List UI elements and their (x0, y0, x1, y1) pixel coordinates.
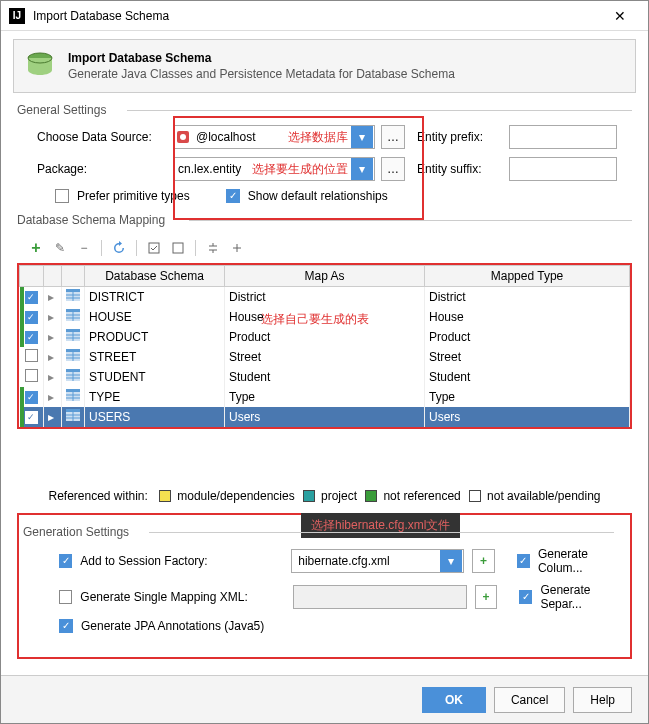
select-all-button[interactable] (143, 237, 165, 259)
row-checkbox[interactable] (25, 291, 38, 304)
mapped-type: Street (425, 347, 630, 367)
legend-label: module/dependencies (174, 489, 295, 503)
schema-name: STUDENT (85, 367, 225, 387)
row-checkbox[interactable] (25, 349, 38, 362)
package-combo[interactable]: cn.lex.entity 选择要生成的位置 ▾ (173, 157, 375, 181)
jpa-annotations-checkbox[interactable] (59, 619, 73, 633)
browse-package-button[interactable]: … (381, 157, 405, 181)
table-row[interactable]: ▸HOUSEHouseHouse (20, 307, 630, 327)
datasource-icon (174, 130, 192, 144)
add-button[interactable]: + (25, 237, 47, 259)
banner-title: Import Database Schema (68, 51, 455, 65)
map-as: Product (225, 327, 425, 347)
expand-icon[interactable]: ▸ (44, 367, 62, 387)
dropdown-icon[interactable]: ▾ (351, 126, 373, 148)
session-factory-combo[interactable]: hibernate.cfg.xml ▾ (291, 549, 464, 573)
edit-button[interactable]: ✎ (49, 237, 71, 259)
mapped-type: House (425, 307, 630, 327)
section-general: General Settings (17, 103, 648, 117)
legend-label: not referenced (380, 489, 461, 503)
entity-prefix-input[interactable] (509, 125, 617, 149)
refresh-button[interactable] (108, 237, 130, 259)
collapse-all-button[interactable] (226, 237, 248, 259)
schema-name: TYPE (85, 387, 225, 407)
remove-button[interactable]: − (73, 237, 95, 259)
mapped-type: District (425, 287, 630, 307)
add-session-button[interactable]: + (472, 549, 495, 573)
prefer-primitive-label: Prefer primitive types (77, 189, 190, 203)
package-label: Package: (37, 162, 167, 176)
mapped-type: Type (425, 387, 630, 407)
annotation-datasource: 选择数据库 (288, 129, 350, 146)
ok-button[interactable]: OK (422, 687, 486, 713)
gen-column-label: Generate Colum... (538, 547, 630, 575)
session-factory-value: hibernate.cfg.xml (292, 554, 439, 568)
expand-icon[interactable]: ▸ (44, 327, 62, 347)
header-map: Map As (225, 266, 425, 287)
expand-icon[interactable]: ▸ (44, 407, 62, 427)
generation-settings: 选择hibernate.cfg.xml文件 Generation Setting… (17, 513, 632, 659)
row-checkbox[interactable] (25, 311, 38, 324)
cancel-button[interactable]: Cancel (494, 687, 565, 713)
database-icon (24, 50, 56, 82)
header-type: Mapped Type (425, 266, 630, 287)
data-source-combo[interactable]: @localhost 选择数据库 ▾ (173, 125, 375, 149)
expand-all-button[interactable] (202, 237, 224, 259)
schema-name: PRODUCT (85, 327, 225, 347)
show-default-rel-checkbox[interactable] (226, 189, 240, 203)
deselect-all-button[interactable] (167, 237, 189, 259)
dropdown-icon[interactable]: ▾ (440, 550, 462, 572)
app-icon: IJ (9, 8, 25, 24)
banner-subtitle: Generate Java Classes and Persistence Me… (68, 67, 455, 81)
section-dbmap: Database Schema Mapping (17, 213, 648, 227)
banner: Import Database Schema Generate Java Cla… (13, 39, 636, 93)
schema-name: HOUSE (85, 307, 225, 327)
row-checkbox[interactable] (25, 391, 38, 404)
browse-datasource-button[interactable]: … (381, 125, 405, 149)
single-mapping-checkbox[interactable] (59, 590, 72, 604)
legend-prefix: Referenced within: (48, 489, 147, 503)
session-factory-checkbox[interactable] (59, 554, 72, 568)
header-schema: Database Schema (85, 266, 225, 287)
gen-separate-checkbox[interactable] (519, 590, 532, 604)
table-row[interactable]: ▸USERSUsersUsers (20, 407, 630, 427)
close-button[interactable]: ✕ (600, 8, 640, 24)
map-as: Users (225, 407, 425, 427)
data-source-label: Choose Data Source: (37, 130, 167, 144)
legend-swatch (159, 490, 171, 502)
schema-name: DISTRICT (85, 287, 225, 307)
prefer-primitive-checkbox[interactable] (55, 189, 69, 203)
expand-icon[interactable]: ▸ (44, 387, 62, 407)
dialog-footer: OK Cancel Help (1, 675, 648, 723)
table-icon (66, 349, 80, 361)
table-icon (66, 329, 80, 341)
entity-suffix-input[interactable] (509, 157, 617, 181)
table-row[interactable]: ▸DISTRICTDistrictDistrict (20, 287, 630, 307)
legend-swatch (365, 490, 377, 502)
row-checkbox[interactable] (25, 369, 38, 382)
table-icon (66, 369, 80, 381)
table-row[interactable]: ▸TYPETypeType (20, 387, 630, 407)
table-row[interactable]: ▸STREETStreetStreet (20, 347, 630, 367)
schema-name: STREET (85, 347, 225, 367)
entity-prefix-label: Entity prefix: (417, 130, 503, 144)
help-button[interactable]: Help (573, 687, 632, 713)
package-value: cn.lex.entity (174, 162, 252, 176)
map-as: District (225, 287, 425, 307)
gen-column-checkbox[interactable] (517, 554, 530, 568)
expand-icon[interactable]: ▸ (44, 307, 62, 327)
row-checkbox[interactable] (25, 331, 38, 344)
expand-icon[interactable]: ▸ (44, 287, 62, 307)
expand-icon[interactable]: ▸ (44, 347, 62, 367)
row-checkbox[interactable] (25, 411, 38, 424)
table-row[interactable]: ▸STUDENTStudentStudent (20, 367, 630, 387)
annotation-package: 选择要生成的位置 (252, 161, 350, 178)
show-default-rel-label: Show default relationships (248, 189, 388, 203)
legend-label: project (318, 489, 357, 503)
schema-table: Database Schema Map As Mapped Type ▸DIST… (17, 263, 632, 429)
table-toolbar: + ✎ − (1, 233, 648, 263)
legend: Referenced within: module/dependencies p… (1, 489, 648, 503)
dropdown-icon[interactable]: ▾ (351, 158, 373, 180)
table-row[interactable]: ▸PRODUCTProductProduct (20, 327, 630, 347)
add-mapping-button[interactable]: + (475, 585, 498, 609)
